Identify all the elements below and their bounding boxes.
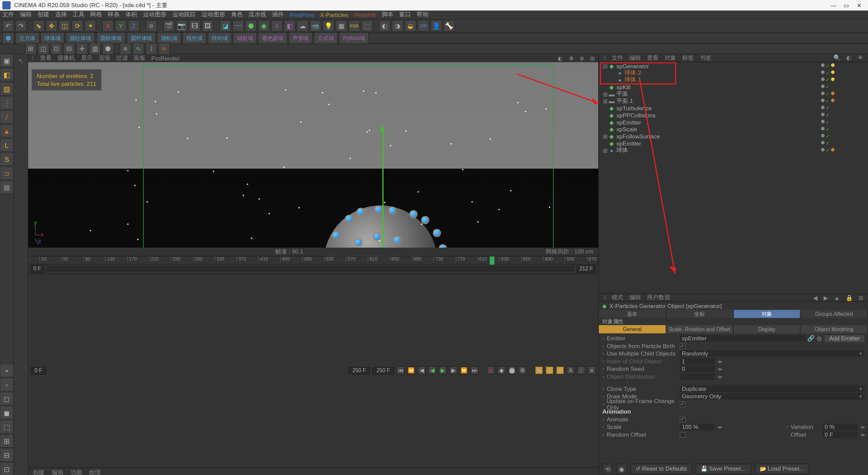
pal-group[interactable]: 立方体 bbox=[15, 32, 39, 44]
tl-p[interactable]: ✥ bbox=[535, 366, 543, 375]
tag4[interactable]: 👤 bbox=[431, 20, 442, 32]
pal-shader[interactable]: 着色器域 bbox=[258, 32, 287, 44]
link-icon[interactable]: 🔗 bbox=[807, 335, 814, 342]
tl-total[interactable]: 250 F bbox=[348, 367, 370, 374]
object-tags[interactable]: ✓ bbox=[821, 105, 868, 111]
tag2[interactable]: ◑ bbox=[392, 20, 403, 32]
preset-icon2[interactable]: ◉ bbox=[616, 463, 627, 474]
expand-toggle[interactable]: ⊞ bbox=[602, 91, 608, 97]
pal-tex[interactable]: ▨ bbox=[1, 83, 13, 96]
vp-camera[interactable]: 摄像机 bbox=[58, 54, 75, 62]
pal-torus[interactable]: 随机域 bbox=[157, 32, 181, 44]
param-bullet[interactable]: ◦ bbox=[602, 373, 604, 380]
vp-display[interactable]: 显示 bbox=[81, 54, 93, 62]
object-name[interactable]: 平面.1 bbox=[615, 97, 821, 105]
am-user[interactable]: 用户数据 bbox=[647, 293, 670, 302]
param-number2[interactable]: 0 F bbox=[822, 431, 857, 438]
pal-axis2[interactable]: L bbox=[1, 139, 13, 152]
timeline-cursor[interactable] bbox=[490, 256, 495, 264]
menu-create[interactable]: 创建 bbox=[38, 11, 50, 19]
tab-basic[interactable]: 基本 bbox=[599, 310, 666, 318]
tl-end[interactable]: 212 F bbox=[576, 265, 596, 272]
param-number[interactable] bbox=[679, 373, 715, 380]
pal-v6[interactable]: ⊞ bbox=[1, 435, 13, 448]
axis-z[interactable]: Z bbox=[128, 20, 140, 32]
param-number[interactable]: 100 % bbox=[679, 424, 715, 430]
spl-snap[interactable]: ⫱ bbox=[145, 43, 157, 55]
light[interactable]: 💡 bbox=[322, 20, 334, 32]
load-preset-button[interactable]: 📂 Load Preset... bbox=[754, 463, 809, 474]
spinner[interactable]: ◂▸ bbox=[717, 366, 722, 372]
subdivision[interactable]: ◉ bbox=[258, 20, 270, 32]
vp-view[interactable]: 查看 bbox=[40, 54, 52, 62]
tl-next-key[interactable]: ⏩ bbox=[460, 366, 468, 375]
expand-toggle[interactable]: ⊟ bbox=[602, 62, 608, 69]
pal-sphere[interactable]: 球体域 bbox=[40, 32, 64, 44]
object-tags[interactable]: ✓ bbox=[821, 84, 868, 90]
param-bullet[interactable]: ◦ bbox=[602, 424, 604, 430]
tl-pt[interactable]: ⋮ bbox=[577, 366, 585, 375]
object-tags[interactable]: ✓ bbox=[821, 91, 868, 97]
object-tags[interactable]: ✓ bbox=[821, 134, 868, 139]
am-lock[interactable]: 🔒 bbox=[846, 294, 853, 301]
param-bullet[interactable]: ◦ bbox=[602, 358, 604, 364]
object-row[interactable]: ⊞▬平面.1✓ bbox=[599, 97, 868, 104]
bt-tex[interactable]: 纹理 bbox=[89, 468, 101, 475]
spinner[interactable]: ◂▸ bbox=[717, 373, 722, 380]
menu-realflow[interactable]: RealFlow bbox=[290, 12, 314, 18]
pal-radial[interactable]: 径向域 bbox=[208, 32, 232, 44]
pal-v2[interactable]: ▫ bbox=[1, 379, 13, 392]
om-view[interactable]: 查看 bbox=[645, 54, 661, 62]
vp-nav1[interactable]: ◐ bbox=[558, 55, 563, 61]
menu-tools[interactable]: 工具 bbox=[73, 11, 84, 19]
menu-window[interactable]: 窗口 bbox=[399, 11, 411, 19]
tl-next[interactable]: ▶ bbox=[449, 366, 457, 375]
am-menu[interactable]: ⊞ bbox=[859, 294, 863, 301]
tl-prev-key[interactable]: ⏪ bbox=[407, 366, 415, 375]
pal-cone[interactable]: 圆环体域 bbox=[127, 32, 156, 44]
vp-options[interactable]: 选项 bbox=[99, 54, 111, 62]
tl-auto[interactable]: ⬤ bbox=[508, 366, 516, 375]
vp-panel[interactable]: 面板 bbox=[134, 54, 145, 62]
pal-v4[interactable]: ◼ bbox=[1, 407, 13, 420]
spinner[interactable]: ◂▸ bbox=[717, 358, 722, 364]
subtab-general[interactable]: General bbox=[599, 325, 666, 333]
object-row[interactable]: ◆xpTurbulence✓ bbox=[599, 104, 868, 112]
om-edit[interactable]: 编辑 bbox=[627, 54, 643, 62]
subtab-display[interactable]: Display bbox=[733, 325, 801, 333]
menu-motion[interactable]: 运动图形 bbox=[202, 11, 225, 19]
3d-viewport[interactable]: Number of emitters: 2 Total live particl… bbox=[28, 62, 598, 255]
tl-start[interactable]: 0 F bbox=[31, 265, 44, 272]
param-bullet[interactable]: ◦ bbox=[602, 350, 604, 357]
object-name[interactable]: xpEmitter bbox=[615, 119, 821, 125]
object-name[interactable]: 球体.1 bbox=[624, 76, 821, 84]
object-row[interactable]: ◆xpEmitter✓ bbox=[599, 140, 868, 147]
axis-x[interactable]: X bbox=[102, 20, 114, 32]
fx[interactable]: fx bbox=[158, 43, 170, 55]
param-checkbox[interactable]: ✓ bbox=[679, 416, 685, 422]
snap[interactable]: ⬚ bbox=[361, 20, 373, 32]
om-search[interactable]: 🔍 bbox=[831, 55, 843, 61]
menu-plugins[interactable]: 插件 bbox=[272, 11, 284, 19]
snap-edge[interactable]: ◫ bbox=[38, 43, 50, 55]
qnt[interactable]: ≡ bbox=[120, 43, 132, 55]
am-back[interactable]: ◀ bbox=[813, 294, 818, 301]
tl-s[interactable]: ◫ bbox=[546, 366, 554, 375]
save-preset-button[interactable]: 💾 Save Preset... bbox=[696, 463, 751, 474]
preset-icon1[interactable]: ⟲ bbox=[602, 463, 613, 474]
object-name[interactable]: xpTurbulence bbox=[615, 105, 821, 111]
prim-spline[interactable]: 〰 bbox=[232, 20, 244, 32]
object-name[interactable]: xpFollowSurface bbox=[615, 133, 821, 139]
reset-defaults-button[interactable]: ↺ Reset to Defaults bbox=[630, 463, 692, 474]
pal-pts[interactable]: ⋮ bbox=[1, 97, 13, 110]
object-tags[interactable]: ✓ bbox=[821, 119, 868, 125]
floor[interactable]: ▦ bbox=[335, 20, 347, 32]
object-name[interactable]: xpGenerator bbox=[615, 62, 821, 69]
object-row[interactable]: ◆xpKill✓ bbox=[599, 83, 868, 91]
tl-cur-frame[interactable]: 0 F bbox=[31, 367, 46, 374]
bt-func[interactable]: 功能 bbox=[71, 468, 82, 475]
pal-cube[interactable]: 圆柱体域 bbox=[66, 32, 95, 44]
om-book[interactable]: 书签 bbox=[697, 54, 714, 62]
om-obj[interactable]: 对象 bbox=[662, 54, 678, 62]
menu-mograph[interactable]: 运动图形 bbox=[143, 11, 166, 19]
